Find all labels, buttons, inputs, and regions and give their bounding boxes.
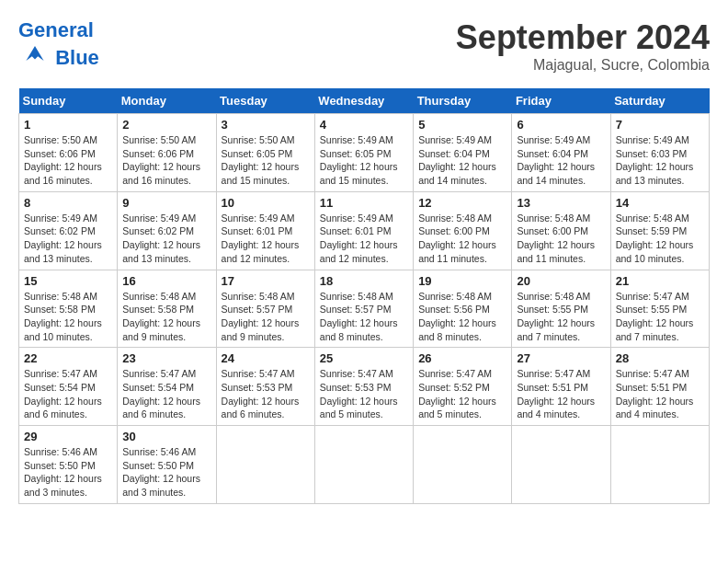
day-number: 21 [616,274,704,288]
day-number: 19 [418,274,506,288]
day-info: Sunrise: 5:48 AMSunset: 5:56 PMDaylight:… [418,290,506,344]
table-row: 18Sunrise: 5:48 AMSunset: 5:57 PMDayligh… [314,270,413,348]
table-row: 28Sunrise: 5:47 AMSunset: 5:51 PMDayligh… [610,348,709,426]
table-row: 5Sunrise: 5:49 AMSunset: 6:04 PMDaylight… [414,114,512,192]
day-info: Sunrise: 5:50 AMSunset: 6:06 PMDaylight:… [24,133,112,188]
day-number: 30 [122,430,210,443]
month-title: September 2024 [456,18,710,57]
table-row [414,426,512,504]
day-info: Sunrise: 5:48 AMSunset: 5:57 PMDaylight:… [222,290,310,344]
day-number: 2 [122,118,210,132]
calendar-week-3: 15Sunrise: 5:48 AMSunset: 5:58 PMDayligh… [19,270,710,348]
calendar-table: Sunday Monday Tuesday Wednesday Thursday… [18,88,710,504]
table-row: 27Sunrise: 5:47 AMSunset: 5:51 PMDayligh… [512,348,610,426]
day-info: Sunrise: 5:47 AMSunset: 5:53 PMDaylight:… [320,367,408,421]
day-number: 27 [517,351,605,365]
table-row: 2Sunrise: 5:50 AMSunset: 6:06 PMDaylight… [118,114,216,192]
day-info: Sunrise: 5:48 AMSunset: 5:57 PMDaylight:… [320,290,408,344]
day-number: 1 [24,118,112,132]
day-number: 6 [517,118,605,132]
col-wednesday: Wednesday [314,88,413,114]
day-number: 25 [320,351,408,365]
logo: General Blue [18,18,99,70]
col-sunday: Sunday [19,88,118,114]
page-header: General Blue September 2024 Majagual, Su… [18,18,710,74]
day-number: 14 [616,196,704,210]
day-info: Sunrise: 5:47 AMSunset: 5:51 PMDaylight:… [616,367,704,421]
day-info: Sunrise: 5:48 AMSunset: 5:55 PMDaylight:… [517,290,605,344]
col-thursday: Thursday [414,88,512,114]
day-info: Sunrise: 5:47 AMSunset: 5:54 PMDaylight:… [122,367,210,421]
day-info: Sunrise: 5:47 AMSunset: 5:53 PMDaylight:… [222,367,310,421]
table-row: 25Sunrise: 5:47 AMSunset: 5:53 PMDayligh… [314,348,413,426]
logo-text: General Blue [18,18,99,70]
calendar-week-1: 1Sunrise: 5:50 AMSunset: 6:06 PMDaylight… [19,114,710,192]
table-row: 24Sunrise: 5:47 AMSunset: 5:53 PMDayligh… [216,348,314,426]
day-number: 12 [418,196,506,210]
table-row: 6Sunrise: 5:49 AMSunset: 6:04 PMDaylight… [512,114,610,192]
table-row: 13Sunrise: 5:48 AMSunset: 6:00 PMDayligh… [512,191,610,270]
table-row [314,426,413,504]
day-info: Sunrise: 5:49 AMSunset: 6:01 PMDaylight:… [222,212,310,266]
day-number: 16 [122,274,210,288]
header-row: Sunday Monday Tuesday Wednesday Thursday… [19,88,710,114]
table-row [512,426,610,504]
day-info: Sunrise: 5:46 AMSunset: 5:50 PMDaylight:… [122,445,210,500]
day-number: 5 [418,118,506,132]
day-info: Sunrise: 5:47 AMSunset: 5:55 PMDaylight:… [616,290,704,344]
day-info: Sunrise: 5:48 AMSunset: 6:00 PMDaylight:… [517,212,605,266]
svg-marker-0 [26,46,43,61]
day-number: 20 [517,274,605,288]
table-row: 3Sunrise: 5:50 AMSunset: 6:05 PMDaylight… [216,114,314,192]
day-number: 10 [222,196,310,210]
location: Majagual, Sucre, Colombia [456,57,710,74]
day-info: Sunrise: 5:50 AMSunset: 6:05 PMDaylight:… [222,133,310,188]
table-row: 12Sunrise: 5:48 AMSunset: 6:00 PMDayligh… [414,191,512,270]
day-number: 26 [418,351,506,365]
table-row: 14Sunrise: 5:48 AMSunset: 5:59 PMDayligh… [610,191,709,270]
logo-blue: Blue [55,46,99,69]
day-info: Sunrise: 5:48 AMSunset: 6:00 PMDaylight:… [418,212,506,266]
table-row: 11Sunrise: 5:49 AMSunset: 6:01 PMDayligh… [314,191,413,270]
day-info: Sunrise: 5:49 AMSunset: 6:04 PMDaylight:… [418,133,506,188]
table-row: 30Sunrise: 5:46 AMSunset: 5:50 PMDayligh… [118,426,216,504]
table-row: 4Sunrise: 5:49 AMSunset: 6:05 PMDaylight… [314,114,413,192]
day-info: Sunrise: 5:48 AMSunset: 5:58 PMDaylight:… [24,290,112,344]
calendar-week-2: 8Sunrise: 5:49 AMSunset: 6:02 PMDaylight… [19,191,710,270]
table-row: 23Sunrise: 5:47 AMSunset: 5:54 PMDayligh… [118,348,216,426]
day-info: Sunrise: 5:49 AMSunset: 6:02 PMDaylight:… [24,212,112,266]
table-row: 7Sunrise: 5:49 AMSunset: 6:03 PMDaylight… [610,114,709,192]
calendar-week-5: 29Sunrise: 5:46 AMSunset: 5:50 PMDayligh… [19,426,710,504]
table-row: 29Sunrise: 5:46 AMSunset: 5:50 PMDayligh… [19,426,118,504]
day-number: 8 [24,196,112,210]
day-info: Sunrise: 5:50 AMSunset: 6:06 PMDaylight:… [122,133,210,188]
table-row [610,426,709,504]
day-info: Sunrise: 5:48 AMSunset: 5:59 PMDaylight:… [616,212,704,266]
col-monday: Monday [118,88,216,114]
table-row: 19Sunrise: 5:48 AMSunset: 5:56 PMDayligh… [414,270,512,348]
day-number: 28 [616,351,704,365]
table-row: 16Sunrise: 5:48 AMSunset: 5:58 PMDayligh… [118,270,216,348]
table-row: 10Sunrise: 5:49 AMSunset: 6:01 PMDayligh… [216,191,314,270]
day-number: 23 [122,351,210,365]
table-row [216,426,314,504]
day-number: 9 [122,196,210,210]
day-number: 4 [320,118,408,132]
day-info: Sunrise: 5:47 AMSunset: 5:54 PMDaylight:… [24,367,112,421]
table-row: 22Sunrise: 5:47 AMSunset: 5:54 PMDayligh… [19,348,118,426]
table-row: 1Sunrise: 5:50 AMSunset: 6:06 PMDaylight… [19,114,118,192]
col-tuesday: Tuesday [216,88,314,114]
table-row: 9Sunrise: 5:49 AMSunset: 6:02 PMDaylight… [118,191,216,270]
day-info: Sunrise: 5:49 AMSunset: 6:03 PMDaylight:… [616,133,704,188]
title-block: September 2024 Majagual, Sucre, Colombia [456,18,710,74]
day-number: 15 [24,274,112,288]
day-number: 29 [24,430,112,443]
table-row: 8Sunrise: 5:49 AMSunset: 6:02 PMDaylight… [19,191,118,270]
calendar-week-4: 22Sunrise: 5:47 AMSunset: 5:54 PMDayligh… [19,348,710,426]
col-friday: Friday [512,88,610,114]
day-info: Sunrise: 5:47 AMSunset: 5:51 PMDaylight:… [517,367,605,421]
day-number: 24 [222,351,310,365]
day-number: 22 [24,351,112,365]
day-number: 7 [616,118,704,132]
day-info: Sunrise: 5:46 AMSunset: 5:50 PMDaylight:… [24,445,112,500]
